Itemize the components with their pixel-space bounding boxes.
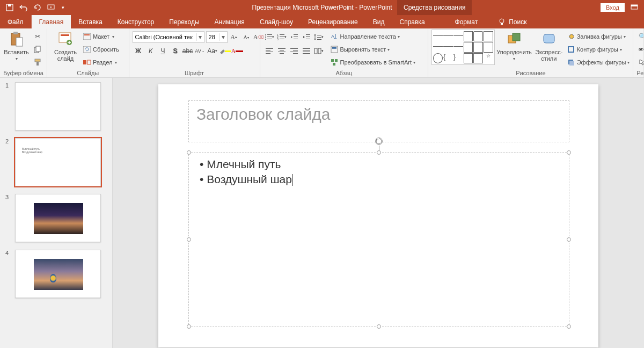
tab-home[interactable]: Главная xyxy=(32,15,71,28)
bold-icon[interactable]: Ж xyxy=(133,45,144,57)
font-size-combo[interactable]: ▾ xyxy=(206,31,228,43)
tab-animation[interactable]: Анимация xyxy=(207,15,252,28)
change-case-icon[interactable]: Aa▾ xyxy=(207,45,218,57)
increase-font-icon[interactable]: A▴ xyxy=(228,31,240,43)
svg-rect-52 xyxy=(293,50,298,50)
reset-label: Сбросить xyxy=(93,46,119,53)
svg-point-24 xyxy=(265,37,266,38)
strikethrough-icon[interactable]: abc xyxy=(182,45,194,57)
convert-smartart-button[interactable]: Преобразовать в SmartArt▾ xyxy=(330,56,415,68)
sign-in-button[interactable]: Вход xyxy=(601,3,625,12)
svg-rect-65 xyxy=(331,59,334,62)
resize-handle[interactable] xyxy=(187,324,191,329)
thumb-number: 4 xyxy=(5,250,12,298)
shape-effects-button[interactable]: Эффекты фигуры▾ xyxy=(567,56,630,68)
thumbnail-2[interactable]: 2Млечный путьВоздушный шар xyxy=(5,138,107,186)
line-spacing-icon[interactable]: ▾ xyxy=(313,31,325,43)
align-left-icon[interactable] xyxy=(264,45,275,57)
tab-insert[interactable]: Вставка xyxy=(71,15,110,28)
svg-rect-37 xyxy=(306,34,310,35)
char-spacing-icon[interactable]: AV↔ xyxy=(194,45,206,57)
layout-button[interactable]: Макет▾ xyxy=(83,31,119,42)
numbering-icon[interactable]: 123▾ xyxy=(276,31,288,43)
tab-slideshow[interactable]: Слайд-шоу xyxy=(252,15,301,28)
qat-customize-icon[interactable]: ▾ xyxy=(59,1,67,14)
shape-fill-icon xyxy=(567,32,575,41)
highlight-icon[interactable] xyxy=(219,45,231,57)
decrease-font-icon[interactable]: A▾ xyxy=(240,31,252,43)
select-icon[interactable] xyxy=(636,56,644,68)
align-right-icon[interactable] xyxy=(288,45,300,57)
underline-icon[interactable]: Ч xyxy=(157,45,169,57)
font-color-icon[interactable]: A xyxy=(231,45,243,57)
shadow-icon[interactable]: S xyxy=(170,45,181,57)
save-icon[interactable] xyxy=(3,1,16,14)
svg-rect-31 xyxy=(280,37,284,37)
new-slide-label: Создать слайд xyxy=(54,49,77,62)
columns-icon[interactable]: ▾ xyxy=(313,45,325,57)
justify-icon[interactable] xyxy=(301,45,312,57)
quick-styles-button[interactable]: Экспресс- стили xyxy=(533,30,565,62)
title-placeholder[interactable]: Заголовок слайда xyxy=(188,100,569,142)
svg-rect-34 xyxy=(294,34,298,35)
new-slide-button[interactable]: Создать слайд xyxy=(50,30,80,62)
paste-button[interactable]: Вставить ▾ xyxy=(3,30,30,61)
shapes-gallery[interactable]: {} ☆ xyxy=(431,30,495,65)
slide-canvas[interactable]: Заголовок слайда Млечный путь Воздушный … xyxy=(113,78,644,348)
resize-handle[interactable] xyxy=(187,150,191,155)
tab-help[interactable]: Справка xyxy=(392,15,432,28)
svg-rect-41 xyxy=(317,37,321,38)
ribbon-options-icon[interactable] xyxy=(629,2,640,13)
tell-me-search[interactable]: Поиск xyxy=(498,15,526,28)
text-direction-button[interactable]: AНаправление текста▾ xyxy=(330,31,415,42)
svg-rect-12 xyxy=(35,59,40,62)
svg-rect-62 xyxy=(331,46,338,53)
resize-handle[interactable] xyxy=(567,324,571,329)
arrange-button[interactable]: Упорядочить▾ xyxy=(497,30,531,61)
resize-handle[interactable] xyxy=(567,150,571,155)
tab-review[interactable]: Рецензирование xyxy=(301,15,365,28)
smartart-label: Преобразовать в SmartArt xyxy=(340,59,412,66)
resize-handle[interactable] xyxy=(377,150,381,155)
content-placeholder[interactable]: Млечный путь Воздушный шар xyxy=(188,152,569,327)
chevron-down-icon[interactable]: ▾ xyxy=(196,33,204,41)
shape-fill-button[interactable]: Заливка фигуры▾ xyxy=(567,31,630,42)
undo-icon[interactable] xyxy=(17,1,30,14)
font-size-input xyxy=(207,34,219,40)
resize-handle[interactable] xyxy=(567,237,571,242)
start-from-beginning-icon[interactable] xyxy=(45,1,58,14)
find-icon[interactable]: 🔍 xyxy=(636,31,644,42)
tab-transitions[interactable]: Переходы xyxy=(162,15,207,28)
chevron-down-icon[interactable]: ▾ xyxy=(219,33,227,41)
italic-icon[interactable]: К xyxy=(145,45,157,57)
tab-format[interactable]: Формат xyxy=(448,15,486,28)
copy-icon[interactable] xyxy=(32,44,43,55)
tell-me-label: Поиск xyxy=(509,18,526,26)
svg-rect-53 xyxy=(290,52,298,52)
tab-design[interactable]: Конструктор xyxy=(110,15,162,28)
redo-icon[interactable] xyxy=(31,1,44,14)
decrease-indent-icon[interactable] xyxy=(288,31,300,43)
thumbnail-4[interactable]: 4 xyxy=(5,250,107,298)
align-text-button[interactable]: Выровнять текст▾ xyxy=(330,44,415,55)
section-button[interactable]: Раздел▾ xyxy=(83,56,119,68)
cut-icon[interactable]: ✂ xyxy=(32,31,43,42)
tab-view[interactable]: Вид xyxy=(365,15,392,28)
thumbnail-1[interactable]: 1 xyxy=(5,82,107,130)
thumbnail-3[interactable]: 3 xyxy=(5,194,107,242)
rotate-handle-icon[interactable] xyxy=(375,137,383,145)
format-painter-icon[interactable] xyxy=(32,56,43,68)
svg-rect-51 xyxy=(290,48,298,49)
font-name-combo[interactable]: ▾ xyxy=(133,31,204,43)
reset-button[interactable]: Сбросить xyxy=(83,44,119,55)
replace-icon[interactable]: ab xyxy=(636,44,644,55)
tab-file[interactable]: Файл xyxy=(0,15,32,28)
svg-rect-59 xyxy=(314,48,317,54)
resize-handle[interactable] xyxy=(377,324,381,329)
bullets-icon[interactable]: ▾ xyxy=(264,31,275,43)
shape-outline-button[interactable]: Контур фигуры▾ xyxy=(567,44,630,55)
increase-indent-icon[interactable] xyxy=(301,31,312,43)
resize-handle[interactable] xyxy=(187,237,191,242)
align-center-icon[interactable] xyxy=(276,45,288,57)
shape-effects-icon xyxy=(567,58,575,67)
